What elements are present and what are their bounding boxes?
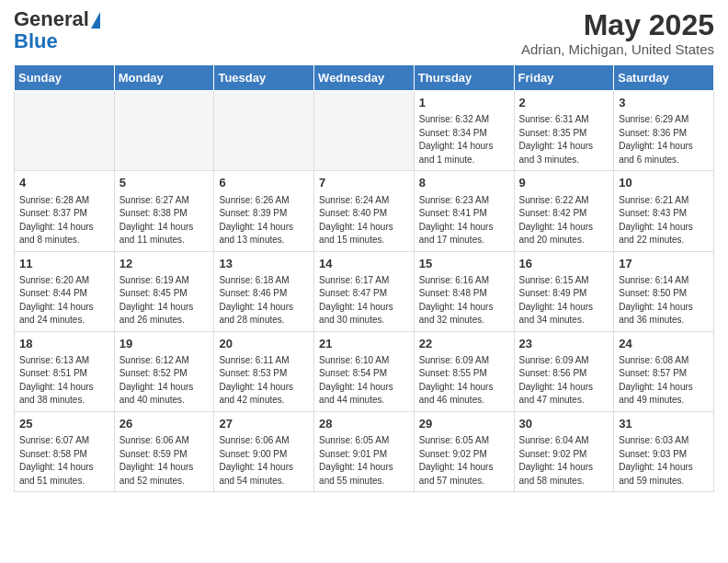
day-number: 27	[219, 416, 309, 432]
day-info: Sunrise: 6:32 AMSunset: 8:34 PMDaylight:…	[419, 113, 509, 167]
weekday-header-sunday: Sunday	[15, 65, 115, 91]
day-number: 4	[19, 175, 109, 191]
day-number: 9	[519, 175, 609, 191]
calendar-cell: 4Sunrise: 6:28 AMSunset: 8:37 PMDaylight…	[15, 171, 115, 251]
day-info: Sunrise: 6:27 AMSunset: 8:38 PMDaylight:…	[119, 194, 210, 247]
day-number: 7	[319, 175, 409, 191]
calendar-cell: 22Sunrise: 6:09 AMSunset: 8:55 PMDayligh…	[414, 331, 514, 411]
day-info: Sunrise: 6:12 AMSunset: 8:52 PMDaylight:…	[119, 354, 210, 408]
day-info: Sunrise: 6:23 AMSunset: 8:41 PMDaylight:…	[419, 194, 509, 247]
page-subtitle: Adrian, Michigan, United States	[521, 41, 714, 57]
day-number: 29	[419, 416, 509, 432]
day-info: Sunrise: 6:10 AMSunset: 8:54 PMDaylight:…	[319, 354, 409, 408]
day-number: 18	[19, 336, 109, 352]
calendar-cell: 1Sunrise: 6:32 AMSunset: 8:34 PMDaylight…	[414, 91, 514, 171]
day-number: 31	[619, 416, 709, 432]
day-number: 20	[219, 336, 309, 352]
logo-blue-text: Blue	[14, 29, 58, 53]
day-number: 2	[519, 95, 609, 111]
day-info: Sunrise: 6:24 AMSunset: 8:40 PMDaylight:…	[319, 194, 409, 247]
weekday-header-row: SundayMondayTuesdayWednesdayThursdayFrid…	[15, 65, 714, 91]
calendar-cell: 3Sunrise: 6:29 AMSunset: 8:36 PMDaylight…	[614, 91, 714, 171]
calendar-cell: 8Sunrise: 6:23 AMSunset: 8:41 PMDaylight…	[414, 171, 514, 251]
day-number: 22	[419, 336, 509, 352]
calendar-cell: 20Sunrise: 6:11 AMSunset: 8:53 PMDayligh…	[214, 331, 314, 411]
day-info: Sunrise: 6:26 AMSunset: 8:39 PMDaylight:…	[219, 194, 309, 247]
day-info: Sunrise: 6:14 AMSunset: 8:50 PMDaylight:…	[619, 274, 709, 327]
day-number: 17	[619, 256, 709, 272]
weekday-header-tuesday: Tuesday	[214, 65, 314, 91]
calendar-header: SundayMondayTuesdayWednesdayThursdayFrid…	[15, 65, 714, 91]
calendar-cell: 5Sunrise: 6:27 AMSunset: 8:38 PMDaylight…	[114, 171, 214, 251]
day-info: Sunrise: 6:13 AMSunset: 8:51 PMDaylight:…	[19, 354, 109, 408]
calendar-week-row: 1Sunrise: 6:32 AMSunset: 8:34 PMDaylight…	[15, 91, 714, 171]
day-info: Sunrise: 6:16 AMSunset: 8:48 PMDaylight:…	[419, 274, 509, 327]
day-info: Sunrise: 6:05 AMSunset: 9:01 PMDaylight:…	[319, 434, 409, 488]
day-info: Sunrise: 6:21 AMSunset: 8:43 PMDaylight:…	[619, 194, 709, 247]
day-info: Sunrise: 6:15 AMSunset: 8:49 PMDaylight:…	[519, 274, 609, 327]
calendar-cell: 28Sunrise: 6:05 AMSunset: 9:01 PMDayligh…	[314, 411, 415, 491]
day-number: 6	[219, 175, 309, 191]
weekday-header-saturday: Saturday	[614, 65, 714, 91]
calendar-cell: 7Sunrise: 6:24 AMSunset: 8:40 PMDaylight…	[314, 171, 415, 251]
weekday-header-thursday: Thursday	[414, 65, 514, 91]
calendar-cell: 2Sunrise: 6:31 AMSunset: 8:35 PMDaylight…	[514, 91, 614, 171]
day-info: Sunrise: 6:09 AMSunset: 8:56 PMDaylight:…	[519, 354, 609, 408]
day-info: Sunrise: 6:31 AMSunset: 8:35 PMDaylight:…	[519, 113, 609, 167]
day-info: Sunrise: 6:07 AMSunset: 8:58 PMDaylight:…	[19, 434, 109, 488]
page-title: May 2025	[521, 9, 714, 41]
day-number: 26	[119, 416, 210, 432]
calendar-cell: 25Sunrise: 6:07 AMSunset: 8:58 PMDayligh…	[15, 411, 115, 491]
logo-triangle-icon	[91, 12, 100, 29]
weekday-header-monday: Monday	[114, 65, 214, 91]
calendar-cell	[114, 91, 214, 171]
day-number: 13	[219, 256, 309, 272]
day-number: 14	[319, 256, 409, 272]
calendar-week-row: 11Sunrise: 6:20 AMSunset: 8:44 PMDayligh…	[15, 251, 714, 331]
day-info: Sunrise: 6:29 AMSunset: 8:36 PMDaylight:…	[619, 113, 709, 167]
day-info: Sunrise: 6:06 AMSunset: 8:59 PMDaylight:…	[119, 434, 210, 488]
calendar-cell	[314, 91, 415, 171]
day-info: Sunrise: 6:28 AMSunset: 8:37 PMDaylight:…	[19, 194, 109, 247]
calendar-week-row: 25Sunrise: 6:07 AMSunset: 8:58 PMDayligh…	[15, 411, 714, 491]
day-number: 16	[519, 256, 609, 272]
calendar-cell: 18Sunrise: 6:13 AMSunset: 8:51 PMDayligh…	[15, 331, 115, 411]
calendar-cell: 10Sunrise: 6:21 AMSunset: 8:43 PMDayligh…	[614, 171, 714, 251]
weekday-header-wednesday: Wednesday	[314, 65, 415, 91]
day-number: 8	[419, 175, 509, 191]
calendar-cell: 27Sunrise: 6:06 AMSunset: 9:00 PMDayligh…	[214, 411, 314, 491]
calendar-cell: 21Sunrise: 6:10 AMSunset: 8:54 PMDayligh…	[314, 331, 415, 411]
calendar-table: SundayMondayTuesdayWednesdayThursdayFrid…	[14, 64, 714, 492]
calendar-cell: 31Sunrise: 6:03 AMSunset: 9:03 PMDayligh…	[614, 411, 714, 491]
day-number: 10	[619, 175, 709, 191]
calendar-cell: 14Sunrise: 6:17 AMSunset: 8:47 PMDayligh…	[314, 251, 415, 331]
day-number: 15	[419, 256, 509, 272]
calendar-cell: 6Sunrise: 6:26 AMSunset: 8:39 PMDaylight…	[214, 171, 314, 251]
page-header: General Blue May 2025 Adrian, Michigan, …	[14, 9, 714, 57]
day-number: 30	[519, 416, 609, 432]
day-info: Sunrise: 6:04 AMSunset: 9:02 PMDaylight:…	[519, 434, 609, 488]
day-info: Sunrise: 6:03 AMSunset: 9:03 PMDaylight:…	[619, 434, 709, 488]
logo-general-text: General	[14, 9, 89, 29]
day-info: Sunrise: 6:18 AMSunset: 8:46 PMDaylight:…	[219, 274, 309, 327]
calendar-cell: 26Sunrise: 6:06 AMSunset: 8:59 PMDayligh…	[114, 411, 214, 491]
day-info: Sunrise: 6:22 AMSunset: 8:42 PMDaylight:…	[519, 194, 609, 247]
calendar-cell: 19Sunrise: 6:12 AMSunset: 8:52 PMDayligh…	[114, 331, 214, 411]
day-number: 21	[319, 336, 409, 352]
calendar-cell: 24Sunrise: 6:08 AMSunset: 8:57 PMDayligh…	[614, 331, 714, 411]
day-info: Sunrise: 6:20 AMSunset: 8:44 PMDaylight:…	[19, 274, 109, 327]
day-info: Sunrise: 6:17 AMSunset: 8:47 PMDaylight:…	[319, 274, 409, 327]
day-number: 25	[19, 416, 109, 432]
day-info: Sunrise: 6:19 AMSunset: 8:45 PMDaylight:…	[119, 274, 210, 327]
calendar-cell: 30Sunrise: 6:04 AMSunset: 9:02 PMDayligh…	[514, 411, 614, 491]
day-number: 1	[419, 95, 509, 111]
day-info: Sunrise: 6:05 AMSunset: 9:02 PMDaylight:…	[419, 434, 509, 488]
day-info: Sunrise: 6:09 AMSunset: 8:55 PMDaylight:…	[419, 354, 509, 408]
day-number: 11	[19, 256, 109, 272]
day-info: Sunrise: 6:06 AMSunset: 9:00 PMDaylight:…	[219, 434, 309, 488]
calendar-week-row: 18Sunrise: 6:13 AMSunset: 8:51 PMDayligh…	[15, 331, 714, 411]
calendar-cell	[15, 91, 115, 171]
day-number: 24	[619, 336, 709, 352]
day-info: Sunrise: 6:08 AMSunset: 8:57 PMDaylight:…	[619, 354, 709, 408]
day-number: 28	[319, 416, 409, 432]
